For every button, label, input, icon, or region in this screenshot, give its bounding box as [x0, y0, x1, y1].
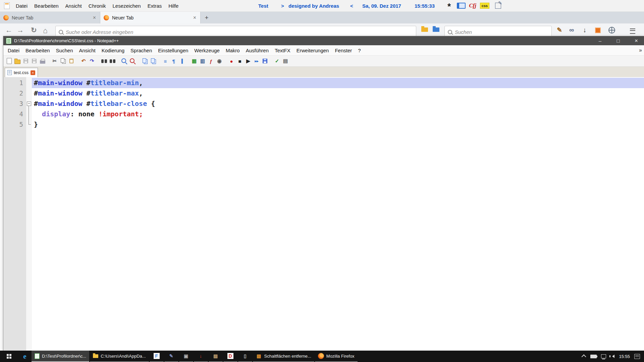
print-icon[interactable]	[39, 57, 46, 65]
firefox-menu-ansicht[interactable]: Ansicht	[62, 3, 85, 9]
brush-icon[interactable]: ✎	[557, 26, 562, 34]
npp-menu-ausfhren[interactable]: Ausführen	[243, 48, 272, 53]
cfj-logo-icon[interactable]: Cfj	[468, 1, 477, 10]
file-monitor-icon[interactable]: ◉	[216, 57, 223, 65]
taskbar-schaltflaechen-button[interactable]: ▧Schaltflächen entferne...	[253, 351, 314, 362]
bookmarks-folder-blue-icon[interactable]	[433, 27, 439, 32]
new-file-icon[interactable]	[5, 57, 13, 65]
save-all-icon[interactable]	[31, 57, 38, 65]
download-icon[interactable]: ↓	[583, 26, 586, 34]
npp-menu-textfx[interactable]: TextFX	[272, 48, 293, 53]
gear-icon[interactable]: *	[445, 1, 453, 10]
maximize-button[interactable]: □	[610, 36, 626, 45]
npp-menu-kodierung[interactable]: Kodierung	[99, 48, 127, 53]
code-editor[interactable]: 12345 #main-window #titlebar-min,#main-w…	[3, 77, 644, 351]
tab-close-icon[interactable]: ×	[193, 15, 197, 21]
minimize-button[interactable]: –	[592, 36, 608, 45]
save-macro-icon[interactable]	[261, 57, 269, 65]
firefox-menu-hilfe[interactable]: Hilfe	[165, 3, 182, 9]
forward-icon[interactable]: →	[17, 26, 24, 34]
zoom-in-icon[interactable]	[121, 57, 128, 65]
document-tab-testcss[interactable]: test.css ×	[5, 68, 38, 77]
doc-map-icon[interactable]: ▥	[199, 57, 206, 65]
paste-icon[interactable]	[68, 57, 75, 65]
firefox-menu-chronik[interactable]: Chronik	[85, 3, 109, 9]
code-line-3[interactable]: #main-window #titlebar-close {	[32, 99, 644, 109]
sidebar-toggle-icon[interactable]	[457, 1, 466, 10]
edge-icon[interactable]: e	[18, 351, 32, 362]
taskbar-tan-app-button[interactable]: ▨	[209, 351, 223, 362]
taskbar-d-app-button[interactable]: D	[223, 351, 237, 362]
redo-icon[interactable]: ↷	[88, 57, 96, 65]
clock[interactable]: 15:55	[619, 354, 630, 359]
undo-icon[interactable]: ↶	[80, 57, 87, 65]
run-macro-multiple-icon[interactable]: ▸▸	[253, 57, 260, 65]
code-line-2[interactable]: #main-window #titlebar-max,	[32, 88, 644, 99]
taskbar-explorer-button[interactable]: C:\Users\Andi\AppDa...	[90, 351, 149, 362]
npp-menu-bearbeiten[interactable]: Bearbeiten	[22, 48, 53, 53]
npp-menu-datei[interactable]: Datei	[5, 48, 22, 53]
save-icon[interactable]	[22, 57, 30, 65]
firefox-menu-lesezeichen[interactable]: Lesezeichen	[109, 3, 144, 9]
back-icon[interactable]: ←	[5, 26, 12, 34]
replace-icon[interactable]	[109, 57, 116, 65]
glasses-icon[interactable]: ∞	[569, 26, 574, 34]
npp-menu-suchen[interactable]: Suchen	[53, 48, 76, 53]
code-line-1[interactable]: #main-window #titlebar-min,	[32, 78, 644, 88]
document-tab-close-icon[interactable]: ×	[31, 70, 35, 75]
find-icon[interactable]	[100, 57, 108, 65]
reload-icon[interactable]: ↻	[31, 26, 37, 34]
cut-icon[interactable]: ✂	[51, 57, 58, 65]
npp-menu-einstellungen[interactable]: Einstellungen	[155, 48, 191, 53]
taskbar-gray-app-button[interactable]: ▣	[179, 351, 193, 362]
browser-tab-1[interactable]: Neuer Tab ×	[0, 12, 100, 23]
npp-menu-makro[interactable]: Makro	[223, 48, 243, 53]
css-badge-icon[interactable]: css	[480, 1, 489, 10]
custom-toolbar-right-arrow[interactable]: >	[281, 3, 284, 9]
notepadpp-titlebar[interactable]: D:\Test\Profilordner\chrome\CSS\test.css…	[3, 36, 644, 45]
fold-margin[interactable]	[26, 77, 32, 351]
taskbar-download-app-button[interactable]: ↓	[194, 351, 208, 362]
spellcheck-icon[interactable]: ✓	[273, 57, 281, 65]
indent-guide-icon[interactable]: ∥	[178, 57, 186, 65]
browser-tab-2-active[interactable]: Neuer Tab ×	[100, 12, 201, 23]
npp-menu-?[interactable]: ?	[355, 48, 364, 53]
zoom-out-icon[interactable]	[129, 57, 137, 65]
code-line-5[interactable]: }	[32, 119, 644, 130]
open-icon[interactable]	[14, 57, 21, 65]
npp-menu-ansicht[interactable]: Ansicht	[76, 48, 98, 53]
menu-overflow-icon[interactable]: »	[639, 47, 642, 53]
npp-menu-fenster[interactable]: Fenster	[332, 48, 355, 53]
npp-menu-erweiterungen[interactable]: Erweiterungen	[293, 48, 332, 53]
new-tab-button[interactable]: +	[201, 12, 213, 23]
record-macro-icon[interactable]: ●	[228, 57, 235, 65]
show-all-chars-icon[interactable]: ¶	[170, 57, 177, 65]
code-area[interactable]: #main-window #titlebar-min,#main-window …	[32, 77, 644, 351]
menu-hamburger-icon[interactable]	[630, 27, 635, 36]
firefox-menu-bearbeiten[interactable]: Bearbeiten	[31, 3, 62, 9]
compose-icon[interactable]	[494, 1, 502, 10]
word-wrap-icon[interactable]: ≡	[162, 57, 169, 65]
quickapp-icon[interactable]	[595, 27, 601, 35]
custom-toolbar-test-label[interactable]: Test	[258, 3, 268, 9]
bookmarks-folder-yellow-icon[interactable]	[421, 27, 428, 32]
sync-vertical-icon[interactable]	[141, 57, 149, 65]
custom-toolbar-designed-label[interactable]: designed by Andreas	[288, 3, 339, 9]
globe-icon[interactable]	[608, 27, 615, 35]
npp-menu-sprachen[interactable]: Sprachen	[127, 48, 155, 53]
custom-toolbar-left-arrow[interactable]: <	[350, 3, 353, 9]
play-macro-icon[interactable]: ▶	[245, 57, 252, 65]
sync-horizontal-icon[interactable]	[150, 57, 157, 65]
volume-icon[interactable]	[610, 355, 614, 358]
function-list-icon[interactable]: ƒ	[207, 57, 215, 65]
fold-collapse-icon[interactable]	[26, 99, 32, 109]
stop-macro-icon[interactable]: ■	[236, 57, 244, 65]
user-define-dialog-icon[interactable]: ▦	[191, 57, 198, 65]
home-icon[interactable]: ⌂	[43, 26, 48, 35]
start-button[interactable]	[0, 351, 18, 362]
close-button[interactable]: ×	[629, 36, 644, 45]
taskbar-firefox-button[interactable]: Mozilla Firefox	[315, 351, 358, 362]
network-icon[interactable]	[601, 354, 606, 358]
firefox-menu-extras[interactable]: Extras	[144, 3, 165, 9]
taskbar-f-app-button[interactable]: F	[150, 351, 164, 362]
